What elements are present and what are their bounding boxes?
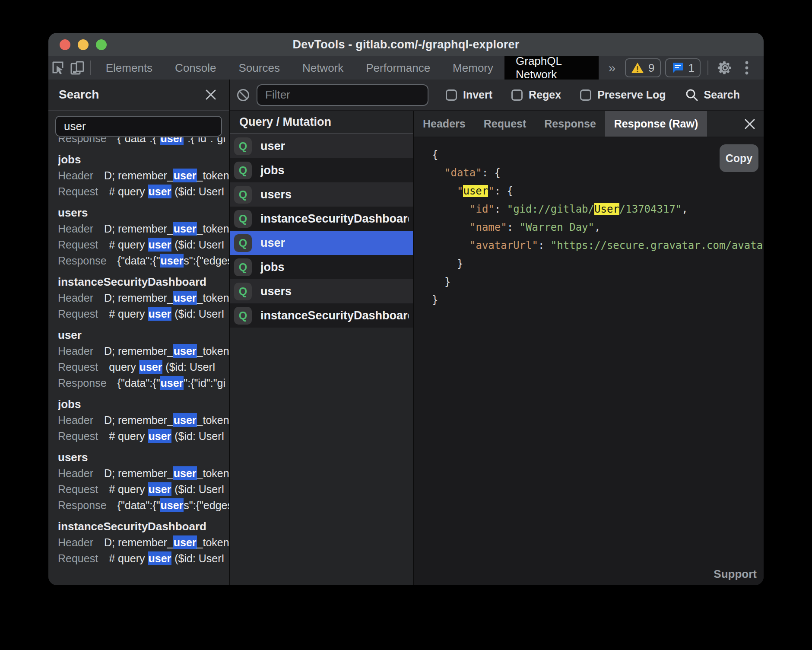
query-row-jobs[interactable]: Qjobs [230,255,413,279]
checkbox-invert[interactable]: Invert [446,89,492,101]
support-link[interactable]: Support [714,567,757,581]
match-highlight: user [148,482,171,496]
search-result-value: D; remember_user_token=e [104,535,229,551]
detail-tab-headers[interactable]: Headers [414,111,475,137]
tab-console[interactable]: Console [164,56,227,80]
query-row-label: user [260,236,285,250]
query-row-user[interactable]: Quser [230,231,413,255]
device-toolbar-icon[interactable] [67,56,86,80]
query-row-users[interactable]: Qusers [230,279,413,303]
search-result-row[interactable]: Request query user ($id: UserI [58,359,229,375]
query-type-badge: Q [234,307,252,325]
search-result-row[interactable]: Header D; remember_user_token=e [58,465,229,481]
checkbox-regex[interactable]: Regex [511,89,561,101]
inspect-element-icon[interactable] [48,56,67,80]
close-search-icon[interactable] [203,87,219,102]
query-row-users[interactable]: Qusers [230,182,413,207]
search-result-row[interactable]: Request # query user ($id: UserI [58,306,229,322]
checkbox-label-invert: Invert [463,89,492,101]
search-result-row[interactable]: Request # query user ($id: UserI [58,237,229,253]
search-result-row[interactable]: Header D; remember_user_token=e [58,412,229,428]
search-result-section[interactable]: instanceSecurityDashboard [58,519,229,535]
search-result-label: Request [58,306,109,322]
search-result-row[interactable]: Response {"data":{"user":{"id":"gi [58,137,229,147]
search-result-row[interactable]: Request # query user ($id: UserI [58,184,229,200]
search-result-row[interactable]: Header D; remember_user_token=e [58,290,229,306]
search-result-row[interactable]: Response {"data":{"user":{"id":"gi [58,375,229,391]
search-result-section[interactable]: jobs [58,152,229,168]
search-result-row[interactable]: Header D; remember_user_token=e [58,535,229,551]
kebab-menu-icon[interactable] [739,61,754,75]
json-line: "avatarUrl": "https://secure.gravatar.co… [414,236,764,255]
search-result-row[interactable]: Request # query user ($id: UserI [58,481,229,497]
detail-tab-request[interactable]: Request [475,111,536,137]
query-row-label: jobs [260,261,285,274]
search-result-label: Request [58,428,109,444]
search-result-section[interactable]: users [58,449,229,465]
search-result-section[interactable]: jobs [58,396,229,412]
query-row-jobs[interactable]: Qjobs [230,158,413,182]
search-panel-header: Search [48,80,229,111]
search-result-label: Response [58,253,117,269]
filter-input[interactable]: Filter [257,84,428,106]
main-area: Search user Response {"data":{"user":{"i… [48,80,764,585]
query-row-instancesecuritydashboard[interactable]: QinstanceSecurityDashboard [230,207,413,231]
traffic-lights [60,33,107,56]
tab-elements[interactable]: Elements [95,56,164,80]
search-result-section[interactable]: users [58,205,229,221]
zoom-button[interactable] [96,39,107,50]
json-line: } [414,291,764,309]
search-result-label: Header [58,535,104,551]
query-row-user[interactable]: Quser [230,134,413,158]
close-button[interactable] [60,39,70,50]
checkbox-preserve-log[interactable]: Preserve Log [580,89,666,101]
detail-tab-response[interactable]: Response [535,111,605,137]
json-line: } [414,255,764,273]
checkbox-box-regex[interactable] [511,89,523,101]
search-result-row[interactable]: Response {"data":{"users":{"edges [58,497,229,513]
search-result-section[interactable]: instanceSecurityDashboard [58,274,229,290]
tab-performance[interactable]: Performance [355,56,441,80]
search-input[interactable]: user [55,116,222,137]
search-result-row[interactable]: Header D; remember_user_token=e [58,343,229,359]
query-type-badge: Q [234,186,252,204]
copy-button[interactable]: Copy [720,144,758,172]
more-tabs-button[interactable]: » [599,56,625,80]
checkbox-box-invert[interactable] [446,89,457,101]
settings-gear-icon[interactable] [715,60,735,76]
search-result-row[interactable]: Header D; remember_user_token=e [58,168,229,184]
detail-tab-response-raw[interactable]: Response (Raw) [605,111,707,137]
query-row-label: users [260,188,292,201]
search-result-value: D; remember_user_token=e [104,343,229,359]
search-result-label: Response [58,137,117,147]
search-result-row[interactable]: Request # query user ($id: UserI [58,428,229,444]
message-count: 1 [688,61,695,75]
query-list: QuserQjobsQusersQinstanceSecurityDashboa… [230,134,413,328]
clear-filter-icon[interactable] [236,88,251,102]
json-line: "user": { [414,182,764,200]
close-detail-icon[interactable] [736,111,764,137]
search-result-row[interactable]: Response {"data":{"users":{"edges [58,253,229,269]
tab-sources[interactable]: Sources [228,56,291,80]
search-result-value: {"data":{"user":{"id":"gi [117,137,225,147]
minimize-button[interactable] [78,39,89,50]
search-toggle[interactable]: Search [685,88,740,102]
query-row-instancesecuritydashboard[interactable]: QinstanceSecurityDashboard [230,303,413,328]
search-result-section[interactable]: user [58,327,229,343]
warnings-badge[interactable]: 9 [625,58,660,77]
search-result-row[interactable]: Request # query user ($id: UserI [58,551,229,567]
search-result-value: D; remember_user_token=e [104,290,229,306]
search-result-value: {"data":{"user":{"id":"gi [117,375,225,391]
match-highlight: user [148,238,171,252]
search-result-value: {"data":{"users":{"edges [117,497,229,513]
json-line: } [414,273,764,291]
tab-graphql-network[interactable]: GraphQL Network [504,56,599,80]
checkbox-box-preserve-log[interactable] [580,89,591,101]
tab-network[interactable]: Network [291,56,355,80]
messages-badge[interactable]: 1 [665,58,701,77]
match-highlight: user [148,307,171,321]
tab-memory[interactable]: Memory [441,56,504,80]
search-result-value: D; remember_user_token=e [104,221,229,237]
search-result-row[interactable]: Header D; remember_user_token=e [58,221,229,237]
filter-placeholder: Filter [265,88,290,102]
